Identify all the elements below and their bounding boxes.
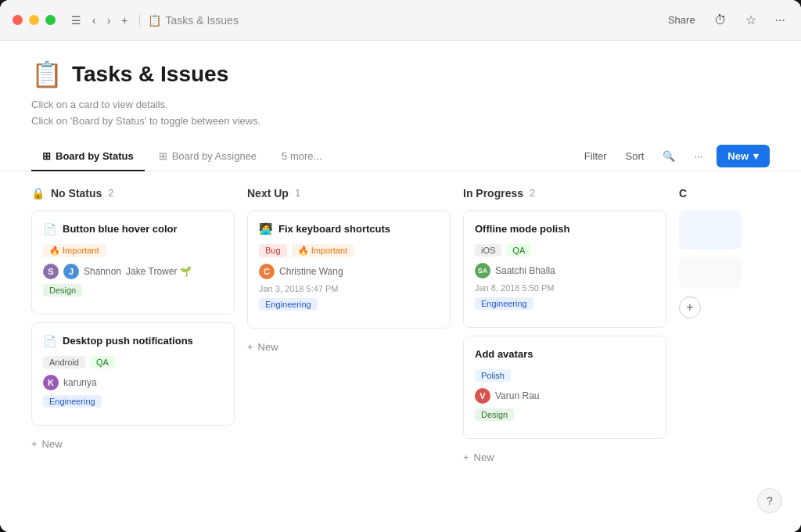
column-header-no-status: 🔒 No Status 2	[31, 187, 235, 200]
page-header: 📋 Tasks & Issues Click on a card to view…	[0, 41, 801, 142]
tag-design: Design	[43, 284, 82, 297]
plus-icon-3: +	[463, 451, 469, 463]
avatar-christine: C	[259, 264, 275, 279]
add-new-no-status[interactable]: + New	[31, 433, 235, 455]
window-title: Tasks & Issues	[166, 14, 239, 27]
options-button[interactable]: ···	[689, 147, 707, 165]
page-icon: 📋	[31, 59, 63, 89]
card-title-row: 📄 Button blue hover color	[43, 222, 223, 236]
card-avatars-4: SA Saatchi Bhalla	[475, 263, 655, 279]
board-wrapper: 🔒 No Status 2 📄 Button blue hover color …	[0, 171, 801, 532]
card-offline-mode[interactable]: Offline mode polish iOS QA SA Saatchi Bh…	[463, 210, 666, 328]
more-button[interactable]: ···	[772, 10, 788, 31]
card-button-blue-hover[interactable]: 📄 Button blue hover color 🔥 Important S …	[31, 210, 235, 315]
help-button[interactable]: ?	[757, 488, 782, 513]
tag-design-2: Design	[475, 408, 514, 421]
plus-icon-2: +	[247, 341, 253, 353]
card-avatars-3: C Christine Wang	[259, 264, 439, 279]
search-button[interactable]: 🔍	[658, 147, 680, 165]
maximize-button[interactable]	[45, 15, 56, 25]
card-tags-2: Android QA	[43, 356, 223, 368]
chevron-down-icon: ▾	[753, 150, 759, 162]
avatar-varun: V	[475, 388, 490, 404]
plus-icon: +	[31, 438, 38, 450]
tabs-bar: ⊞ Board by Status ⊞ Board by Assignee 5 …	[0, 142, 801, 171]
column-next-up: Next Up 1 🧑‍💻 Fix keyboard shortcuts Bug…	[247, 187, 451, 516]
card-title-row-5: Add avatars	[475, 347, 655, 361]
card-tags-3: Bug 🔥 Important	[259, 244, 439, 257]
share-button[interactable]: Share	[665, 11, 699, 29]
add-new-in-progress[interactable]: + New	[463, 447, 666, 468]
avatar-saatchi: SA	[475, 263, 490, 279]
close-button[interactable]	[13, 15, 23, 25]
tab-board-assignee-icon: ⊞	[159, 150, 167, 162]
title-bar: ☰ ‹ › + 📋 Tasks & Issues Share ⏱ ☆ ···	[0, 0, 801, 41]
minimize-button[interactable]	[29, 15, 39, 25]
card-tags-4: iOS QA	[475, 244, 655, 257]
board-area: 🔒 No Status 2 📄 Button blue hover color …	[0, 171, 801, 532]
main-content: 📋 Tasks & Issues Click on a card to view…	[0, 41, 801, 532]
card-add-avatars[interactable]: Add avatars Polish V Varun Rau Design	[463, 336, 666, 439]
card-doc-icon-2: 📄	[43, 335, 56, 347]
traffic-lights	[13, 15, 56, 25]
avatar-jake: J	[63, 264, 79, 279]
card-title-row-3: 🧑‍💻 Fix keyboard shortcuts	[259, 222, 439, 236]
new-button[interactable]: New ▾	[717, 145, 770, 167]
tag-qa: QA	[90, 356, 115, 368]
card-doc-icon: 📄	[43, 223, 56, 235]
partial-column-header: C	[679, 187, 742, 200]
star-button[interactable]: ☆	[742, 9, 760, 31]
card-footer-tags-3: Engineering	[259, 298, 439, 311]
column-no-status: 🔒 No Status 2 📄 Button blue hover color …	[31, 187, 235, 516]
card-desktop-push[interactable]: 📄 Desktop push notifications Android QA …	[31, 322, 235, 426]
hamburger-button[interactable]: ☰	[68, 11, 84, 30]
tag-ios: iOS	[475, 244, 501, 257]
partial-card-1	[679, 210, 742, 250]
card-title-row-4: Offline mode polish	[475, 222, 655, 236]
card-date-4: Jan 8, 2018 5:50 PM	[475, 283, 655, 293]
column-partial: C +	[679, 187, 742, 516]
sort-button[interactable]: Sort	[621, 147, 649, 165]
tag-engineering-2: Engineering	[259, 298, 318, 311]
page-subtitle: Click on a card to view details. Click o…	[31, 97, 770, 130]
back-button[interactable]: ‹	[89, 11, 99, 30]
tag-engineering-3: Engineering	[475, 297, 533, 310]
card-title-row-2: 📄 Desktop push notifications	[43, 334, 223, 348]
tab-board-status-icon: ⊞	[42, 150, 51, 162]
forward-button[interactable]: ›	[104, 11, 114, 30]
tag-bug: Bug	[259, 244, 287, 257]
card-avatars-5: V Varun Rau	[475, 388, 655, 404]
tag-qa-2: QA	[506, 244, 531, 257]
card-footer-tags-5: Design	[475, 408, 655, 421]
add-page-button[interactable]: +	[118, 11, 131, 30]
tab-board-by-status[interactable]: ⊞ Board by Status	[31, 142, 145, 171]
tag-important-2: 🔥 Important	[292, 244, 354, 257]
add-column-button[interactable]: +	[679, 297, 701, 318]
app-favicon: 📋	[148, 14, 161, 27]
tag-important: 🔥 Important	[43, 244, 106, 257]
nav-controls: ☰ ‹ › + 📋 Tasks & Issues	[68, 11, 239, 30]
tag-polish: Polish	[475, 369, 511, 382]
avatar-karunya: K	[43, 375, 59, 390]
divider	[139, 14, 140, 27]
tab-more[interactable]: 5 more...	[271, 142, 332, 171]
card-emoji-icon: 🧑‍💻	[259, 222, 272, 235]
filter-button[interactable]: Filter	[580, 147, 612, 165]
tab-board-by-assignee[interactable]: ⊞ Board by Assignee	[148, 142, 268, 171]
history-button[interactable]: ⏱	[711, 10, 730, 31]
card-footer-tags-2: Engineering	[43, 395, 223, 408]
title-bar-right: Share ⏱ ☆ ···	[665, 9, 788, 31]
column-header-next-up: Next Up 1	[247, 187, 451, 200]
column-in-progress: In Progress 2 Offline mode polish iOS QA	[463, 187, 666, 516]
card-fix-keyboard[interactable]: 🧑‍💻 Fix keyboard shortcuts Bug 🔥 Importa…	[247, 210, 451, 329]
avatar-shannon: S	[43, 264, 59, 279]
card-tags-5: Polish	[475, 369, 655, 382]
add-new-next-up[interactable]: + New	[247, 336, 451, 358]
card-footer-tags-4: Engineering	[475, 297, 655, 310]
page-title-row: 📋 Tasks & Issues	[31, 59, 770, 89]
card-tags: 🔥 Important	[43, 244, 223, 257]
app-window: ☰ ‹ › + 📋 Tasks & Issues Share ⏱ ☆ ··· 📋…	[0, 0, 801, 532]
column-header-in-progress: In Progress 2	[463, 187, 666, 200]
card-date-3: Jan 3, 2018 5:47 PM	[259, 284, 439, 293]
card-avatars: S J Shannon Jake Trower 🌱	[43, 264, 223, 279]
